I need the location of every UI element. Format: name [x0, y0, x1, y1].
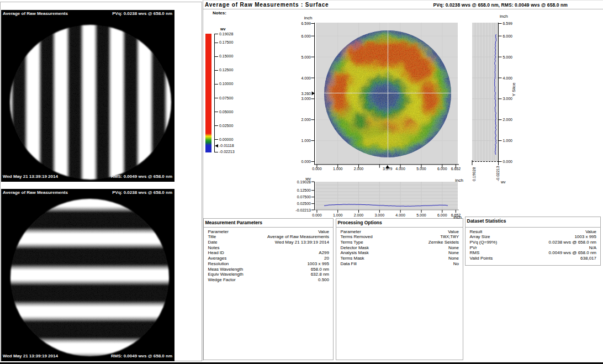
svg-text:-0.02213: -0.02213 — [295, 208, 311, 212]
svg-text:4.000: 4.000 — [503, 76, 513, 80]
svg-text:0.000: 0.000 — [301, 160, 311, 163]
svg-text:3.000: 3.000 — [301, 97, 311, 101]
svg-text:5.000: 5.000 — [416, 213, 426, 217]
svg-text:3.260: 3.260 — [301, 92, 311, 96]
svg-text:6.652: 6.652 — [451, 167, 461, 171]
svg-text:4.000: 4.000 — [395, 213, 405, 217]
svg-text:6.599: 6.599 — [301, 22, 311, 25]
svg-text:inch: inch — [304, 15, 313, 20]
svg-text:wv: wv — [500, 180, 506, 184]
svg-text:2.000: 2.000 — [503, 118, 513, 122]
svg-text:inch: inch — [500, 14, 508, 19]
svg-text:-0.02213: -0.02213 — [496, 166, 500, 181]
svg-text:1.000: 1.000 — [333, 213, 343, 217]
svg-text:4.000: 4.000 — [395, 167, 405, 171]
svg-text:5.000: 5.000 — [301, 55, 311, 59]
svg-text:6.000: 6.000 — [437, 167, 447, 171]
svg-text:Y Slice: Y Slice — [511, 82, 516, 96]
svg-text:6.000: 6.000 — [301, 34, 311, 38]
svg-text:1.000: 1.000 — [333, 167, 343, 171]
svg-text:1.000: 1.000 — [503, 139, 513, 143]
svg-text:inch: inch — [453, 215, 462, 220]
svg-text:2.000: 2.000 — [354, 213, 364, 217]
svg-text:0.07500: 0.07500 — [297, 195, 311, 199]
svg-text:6.599: 6.599 — [503, 22, 513, 25]
svg-text:3.000: 3.000 — [375, 213, 385, 217]
svg-text:0.000: 0.000 — [503, 160, 513, 163]
svg-text:5.000: 5.000 — [416, 167, 426, 171]
svg-text:5.000: 5.000 — [503, 55, 513, 59]
svg-text:3.000: 3.000 — [503, 97, 513, 101]
svg-text:wv: wv — [305, 176, 311, 181]
svg-text:2.000: 2.000 — [301, 118, 311, 122]
svg-text:6.000: 6.000 — [503, 34, 513, 38]
svg-text:0.000: 0.000 — [312, 213, 322, 217]
svg-text:0.000: 0.000 — [312, 167, 322, 171]
svg-text:3.379: 3.379 — [383, 167, 393, 171]
svg-text:1.000: 1.000 — [301, 139, 311, 143]
svg-text:0.19028: 0.19028 — [472, 167, 476, 181]
svg-text:0.02500: 0.02500 — [297, 202, 311, 205]
svg-text:6.000: 6.000 — [437, 213, 447, 217]
svg-text:2.000: 2.000 — [354, 167, 364, 171]
svg-text:0.12500: 0.12500 — [297, 188, 311, 192]
svg-text:4.000: 4.000 — [301, 76, 311, 80]
